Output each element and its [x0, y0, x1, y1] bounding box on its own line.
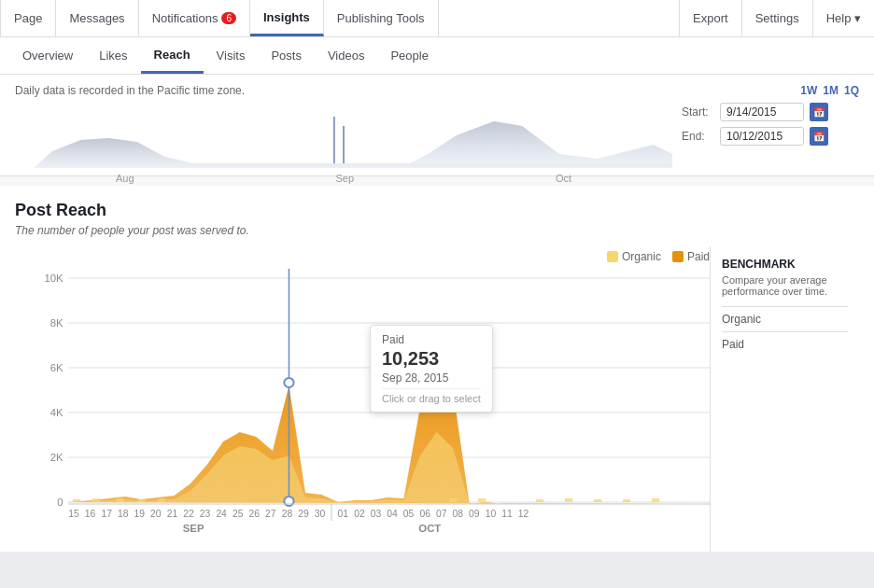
svg-rect-27	[594, 499, 601, 502]
overview-chart-area: Aug Sep Oct Start: End:	[15, 103, 859, 168]
chart-main: Organic Paid	[15, 246, 710, 552]
tab-help[interactable]: Help ▾	[812, 0, 874, 36]
svg-text:26: 26	[249, 509, 261, 519]
svg-rect-26	[565, 498, 572, 502]
reach-section: Post Reach The number of people your pos…	[0, 186, 874, 552]
subtab-people[interactable]: People	[377, 37, 441, 74]
svg-text:24: 24	[216, 509, 227, 519]
svg-text:22: 22	[183, 509, 194, 519]
svg-text:0: 0	[57, 497, 63, 508]
start-date-row: Start:	[682, 103, 859, 121]
subtab-likes[interactable]: Likes	[86, 37, 140, 74]
svg-text:10: 10	[486, 509, 497, 519]
svg-text:23: 23	[200, 509, 211, 519]
svg-text:29: 29	[298, 509, 309, 519]
chart-svg-wrap[interactable]: 10K 8K 6K 4K 2K 0	[15, 269, 710, 552]
svg-text:21: 21	[167, 509, 178, 519]
svg-text:08: 08	[453, 509, 464, 519]
paid-label: Paid	[687, 250, 710, 263]
svg-text:8K: 8K	[50, 317, 63, 329]
svg-text:20: 20	[150, 509, 162, 519]
top-nav-right: Export Settings Help ▾	[679, 0, 874, 36]
benchmark-paid[interactable]: Paid	[722, 331, 848, 357]
svg-text:27: 27	[265, 509, 276, 519]
tab-publishing-tools[interactable]: Publishing Tools	[324, 0, 439, 36]
svg-text:19: 19	[134, 509, 146, 519]
svg-rect-23	[449, 498, 457, 502]
svg-rect-19	[92, 498, 100, 502]
main-content: Daily data is recorded in the Pacific ti…	[0, 75, 874, 552]
paid-dot	[672, 251, 684, 262]
svg-text:07: 07	[436, 509, 447, 519]
svg-rect-18	[73, 499, 80, 502]
svg-text:06: 06	[419, 509, 430, 519]
benchmark-organic[interactable]: Organic	[722, 306, 848, 331]
reach-subtitle: The number of people your post was serve…	[15, 224, 859, 237]
svg-marker-16	[68, 370, 691, 504]
top-nav: Page Messages Notifications 6 Insights P…	[0, 0, 874, 37]
svg-text:18: 18	[118, 509, 129, 519]
start-calendar-icon[interactable]	[810, 103, 828, 121]
svg-text:25: 25	[233, 509, 244, 519]
svg-text:4K: 4K	[50, 407, 63, 418]
legend-organic: Organic	[607, 250, 661, 263]
svg-text:SEP: SEP	[183, 523, 204, 534]
svg-rect-22	[158, 498, 165, 502]
svg-marker-0	[34, 138, 672, 168]
tab-settings[interactable]: Settings	[741, 0, 812, 36]
svg-text:12: 12	[518, 509, 529, 519]
chart-legend: Organic Paid	[15, 246, 710, 269]
timezone-row: Daily data is recorded in the Pacific ti…	[15, 84, 859, 97]
subtab-posts[interactable]: Posts	[258, 37, 315, 74]
filter-1m[interactable]: 1M	[823, 84, 839, 97]
tab-insights[interactable]: Insights	[250, 0, 324, 36]
filter-1q[interactable]: 1Q	[844, 84, 859, 97]
end-date-input[interactable]	[720, 127, 804, 146]
filter-1w[interactable]: 1W	[800, 84, 817, 97]
subtab-visits[interactable]: Visits	[204, 37, 259, 74]
top-nav-left: Page Messages Notifications 6 Insights P…	[0, 0, 679, 36]
svg-text:16: 16	[85, 509, 96, 519]
subtab-videos[interactable]: Videos	[315, 37, 378, 74]
svg-text:01: 01	[338, 509, 349, 519]
svg-text:15: 15	[68, 509, 79, 519]
svg-rect-24	[478, 498, 486, 502]
notifications-badge: 6	[221, 12, 236, 24]
svg-rect-28	[623, 499, 630, 502]
svg-text:03: 03	[371, 509, 382, 519]
svg-text:OCT: OCT	[418, 523, 441, 534]
svg-text:6K: 6K	[50, 362, 63, 373]
tab-page[interactable]: Page	[0, 0, 56, 36]
svg-text:17: 17	[101, 509, 112, 519]
end-calendar-icon[interactable]	[810, 127, 828, 146]
date-label-sep: Sep	[335, 173, 354, 184]
svg-text:05: 05	[403, 509, 415, 519]
subtab-reach[interactable]: Reach	[141, 37, 204, 74]
date-label-oct: Oct	[556, 173, 571, 184]
timezone-text: Daily data is recorded in the Pacific ti…	[15, 84, 245, 97]
benchmark-title: BENCHMARK	[722, 258, 848, 271]
svg-text:09: 09	[469, 509, 480, 519]
end-date-row: End:	[682, 127, 859, 146]
svg-text:11: 11	[501, 509, 513, 519]
svg-text:2K: 2K	[50, 452, 63, 463]
sub-nav: Overview Likes Reach Visits Posts Videos…	[0, 37, 874, 75]
start-date-input[interactable]	[720, 103, 804, 121]
benchmark-sidebar: BENCHMARK Compare your average performan…	[710, 246, 859, 552]
svg-point-31	[284, 378, 293, 387]
time-filters: 1W 1M 1Q	[800, 84, 859, 97]
svg-marker-17	[68, 432, 691, 504]
svg-rect-25	[536, 499, 543, 502]
benchmark-desc: Compare your average performance over ti…	[722, 274, 848, 297]
subtab-overview[interactable]: Overview	[9, 37, 86, 74]
tab-export[interactable]: Export	[679, 0, 741, 36]
svg-rect-20	[117, 498, 124, 502]
overview-mini-chart: Aug Sep Oct	[15, 103, 672, 168]
date-labels: Aug Sep Oct	[15, 173, 672, 184]
tab-messages[interactable]: Messages	[56, 0, 138, 36]
svg-text:28: 28	[282, 509, 293, 519]
date-label-aug: Aug	[116, 173, 134, 184]
svg-text:04: 04	[387, 509, 398, 519]
tab-notifications[interactable]: Notifications 6	[139, 0, 250, 36]
legend-paid: Paid	[672, 250, 710, 263]
